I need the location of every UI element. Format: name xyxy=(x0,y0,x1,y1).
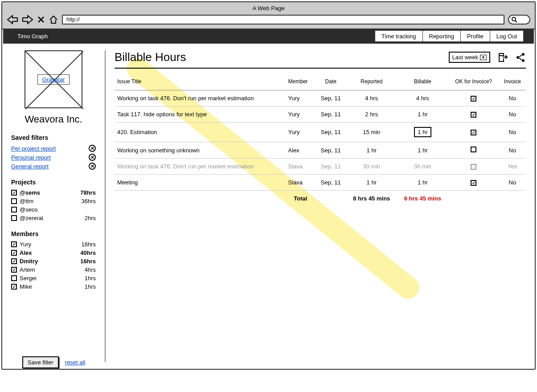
project-checkbox[interactable] xyxy=(11,190,17,196)
table-row: Working on something unknownAlexSep, 111… xyxy=(115,142,526,159)
col-date: Date xyxy=(316,73,346,90)
cell-date: Sep, 11 xyxy=(316,90,346,106)
member-checkbox[interactable] xyxy=(11,275,17,281)
share-icon[interactable] xyxy=(515,52,526,63)
chevron-down-icon: ▼ xyxy=(480,55,487,60)
col-invoice: Invoice xyxy=(499,73,526,90)
member-hours: 4hrs xyxy=(85,266,96,273)
nav-time-tracking[interactable]: Time tracking xyxy=(375,31,423,41)
project-checkbox[interactable] xyxy=(11,198,17,204)
cell-invoice: No xyxy=(499,142,526,159)
saved-filter-link[interactable]: Per project report xyxy=(11,145,56,152)
col-issue: Issue Title xyxy=(115,73,286,90)
gravatar-link[interactable]: Gravatar xyxy=(37,74,70,85)
ok-checkbox[interactable] xyxy=(471,96,476,102)
project-label: @ttm xyxy=(20,198,81,204)
project-checkbox[interactable] xyxy=(11,207,17,212)
cell-reported: 4 hrs xyxy=(346,90,397,106)
project-label: @zereral xyxy=(20,215,85,221)
delete-filter-icon[interactable]: ✕ xyxy=(89,163,96,170)
delete-filter-icon[interactable]: ✕ xyxy=(89,145,96,152)
browser-title: A Web Page xyxy=(2,4,535,12)
cell-member: Alex xyxy=(286,142,316,159)
cell-issue: Working on task 476. Don't run per marke… xyxy=(115,159,286,175)
cell-date: Sep, 11 xyxy=(316,159,346,175)
member-checkbox[interactable] xyxy=(11,267,17,273)
billable-value: 4 hrs xyxy=(416,95,429,102)
billable-value: 1 hr xyxy=(418,179,427,186)
member-label: Artem xyxy=(20,266,85,273)
member-checkbox[interactable] xyxy=(11,250,17,256)
cell-member: Yury xyxy=(286,122,316,142)
member-label: Alex xyxy=(20,249,80,256)
total-label: Total xyxy=(286,191,316,207)
cell-issue: Working on task 476. Don't run per marke… xyxy=(115,90,286,106)
company-name: Weavora Inc. xyxy=(11,114,96,125)
nav-profile[interactable]: Profile xyxy=(461,31,490,41)
url-bar[interactable] xyxy=(62,15,504,24)
cell-invoice: No xyxy=(499,175,526,191)
billable-value: 30 min xyxy=(414,163,431,170)
nav-logout[interactable]: Log Out xyxy=(490,31,523,41)
cell-issue: Working on something unknown xyxy=(115,142,286,159)
saved-filter-link[interactable]: Personal report xyxy=(11,154,51,161)
cell-invoice: No xyxy=(499,122,526,142)
delete-filter-icon[interactable]: ✕ xyxy=(89,154,96,161)
project-label: @seos xyxy=(20,206,96,213)
ok-checkbox[interactable] xyxy=(471,130,476,135)
saved-filters-heading: Saved filters xyxy=(11,134,96,141)
member-hours: 1hrs xyxy=(85,283,96,290)
avatar: Gravatar xyxy=(25,50,82,108)
ok-checkbox[interactable] xyxy=(471,180,476,186)
table-row: MeetingSlavaSep, 111 hr1 hrNo xyxy=(115,175,526,191)
member-checkbox[interactable] xyxy=(11,284,17,290)
period-select[interactable]: Last week ▼ xyxy=(449,52,490,63)
col-billable: Billable xyxy=(397,73,448,90)
reset-all-link[interactable]: reset all xyxy=(65,359,86,366)
home-icon[interactable] xyxy=(49,15,58,24)
nav-reporting[interactable]: Reporting xyxy=(423,31,461,41)
billable-input[interactable]: 1 hr xyxy=(414,127,431,137)
stop-icon[interactable] xyxy=(37,16,45,24)
member-hours: 40hrs xyxy=(80,249,96,256)
forward-icon[interactable] xyxy=(22,15,33,24)
save-filter-button[interactable]: Save filter xyxy=(22,356,59,368)
cell-reported: 1 hr xyxy=(346,175,397,191)
billable-table: Issue Title Member Date Reported Billabl… xyxy=(115,73,526,206)
app-nav: Time tracking Reporting Profile Log Out xyxy=(374,30,524,42)
project-checkbox[interactable] xyxy=(11,215,17,221)
saved-filter-link[interactable]: General report xyxy=(11,163,49,170)
cell-date: Sep, 11 xyxy=(316,122,346,142)
cell-reported: 30 min xyxy=(346,159,397,175)
member-checkbox[interactable] xyxy=(11,258,17,264)
cell-member: Slava xyxy=(286,175,316,191)
export-icon[interactable] xyxy=(497,52,508,63)
cell-date: Sep, 11 xyxy=(316,175,346,191)
svg-point-5 xyxy=(522,59,525,62)
page-title: Billable Hours xyxy=(115,50,186,64)
table-row: Task 117. hide options for text typeYury… xyxy=(115,106,526,122)
search-oval[interactable] xyxy=(508,15,530,24)
back-icon[interactable] xyxy=(7,15,18,24)
member-checkbox[interactable] xyxy=(11,241,17,247)
projects-heading: Projects xyxy=(11,179,96,186)
ok-checkbox[interactable] xyxy=(471,164,476,170)
member-label: Sergei xyxy=(20,275,85,282)
svg-point-0 xyxy=(512,17,516,21)
table-row: Working on task 476. Don't run per marke… xyxy=(115,159,526,175)
cell-issue: 420. Estimation xyxy=(115,122,286,142)
cell-member: Slava xyxy=(286,159,316,175)
svg-point-3 xyxy=(522,53,525,56)
ok-checkbox[interactable] xyxy=(471,112,476,118)
member-label: Yury xyxy=(20,241,81,248)
ok-checkbox[interactable] xyxy=(471,147,476,152)
search-icon xyxy=(511,16,517,23)
project-label: @sems xyxy=(20,189,80,196)
billable-value: 1 hr xyxy=(418,111,427,118)
members-heading: Members xyxy=(11,230,96,237)
col-ok: OK for Invoice? xyxy=(448,73,499,90)
cell-date: Sep, 11 xyxy=(316,106,346,122)
member-hours: 1hrs xyxy=(85,275,96,282)
cell-reported: 2 hrs xyxy=(346,106,397,122)
col-member: Member xyxy=(286,73,316,90)
